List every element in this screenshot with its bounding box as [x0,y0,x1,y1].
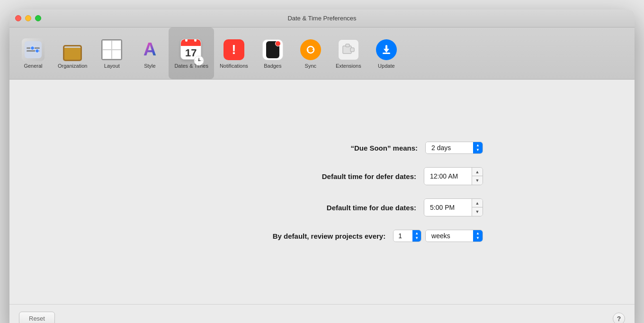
tab-notifications-label: Notifications [220,63,248,69]
review-row: By default, review projects every: 1 ▲ ▼… [161,230,483,242]
tab-notifications[interactable]: ! Notifications [214,27,254,79]
due-soon-dropdown[interactable]: 2 days ▲ ▼ [425,142,483,154]
style-icon: A [138,38,161,61]
review-period-value: weeks [426,230,473,242]
defer-date-row: Default time for defer dates: 12:00 AM ▲… [161,167,483,185]
tab-general-label: General [24,63,42,69]
organization-icon [61,38,84,61]
window-title: Date & Time Preferences [287,15,356,22]
review-label: By default, review projects every: [273,232,385,240]
layout-icon [100,38,123,61]
update-icon [375,38,398,61]
review-period-dropdown[interactable]: weeks ▲ ▼ [425,230,483,242]
notifications-icon: ! [223,38,245,61]
tab-sync-label: Sync [305,63,316,69]
tab-update-label: Update [378,63,394,69]
extensions-icon [337,38,360,61]
main-content: “Due Soon” means: 2 days ▲ ▼ Default tim… [9,80,635,304]
svg-rect-16 [385,45,387,51]
tab-dates-times[interactable]: 17 [169,27,214,79]
due-soon-control: 2 days ▲ ▼ [425,142,483,154]
review-number-up-icon: ▲ [415,232,419,235]
due-date-control: 5:00 PM ▲ ▼ [424,198,483,216]
svg-point-9 [304,43,317,56]
tab-sync[interactable]: Sync [292,27,330,79]
tab-extensions[interactable]: Extensions [330,27,367,79]
review-number-value: 1 [394,230,412,242]
toolbar: General Organization [9,27,635,80]
close-button[interactable] [15,15,21,21]
due-date-stepper[interactable]: 5:00 PM ▲ ▼ [424,198,483,216]
svg-rect-14 [346,44,349,47]
due-date-increment-btn[interactable]: ▲ [472,199,483,207]
review-period-down-icon: ▼ [476,236,480,240]
defer-date-value: 12:00 AM [424,168,472,185]
due-date-value: 5:00 PM [424,199,472,216]
tab-style[interactable]: A Style [131,27,169,79]
tab-general[interactable]: General [14,27,52,79]
help-button[interactable]: ? [613,313,625,323]
tab-update[interactable]: Update [367,27,405,79]
tab-badges[interactable]: Badges [254,27,292,79]
due-soon-row: “Due Soon” means: 2 days ▲ ▼ [161,142,483,154]
defer-date-decrement-btn[interactable]: ▼ [472,176,483,185]
chevron-up-icon: ▲ [476,144,480,147]
review-number-chevron-btn[interactable]: ▲ ▼ [412,230,421,242]
due-date-stepper-buttons: ▲ ▼ [472,199,483,216]
svg-point-8 [198,60,199,61]
sync-icon [299,38,322,61]
clock-icon [194,52,204,63]
defer-date-label: Default time for defer dates: [322,172,416,180]
review-number-dropdown[interactable]: 1 ▲ ▼ [393,230,421,242]
defer-date-stepper-buttons: ▲ ▼ [472,168,483,185]
due-date-row: Default time for due dates: 5:00 PM ▲ ▼ [161,198,483,216]
main-window: Date & Time Preferences General [9,9,635,323]
badges-icon [261,38,284,61]
tab-layout-label: Layout [104,63,120,69]
review-period-chevron-btn[interactable]: ▲ ▼ [473,230,483,242]
defer-date-increment-btn[interactable]: ▲ [472,168,483,176]
due-date-label: Default time for due dates: [327,204,416,212]
reset-button[interactable]: Reset [19,312,55,323]
due-date-decrement-btn[interactable]: ▼ [472,207,483,216]
general-icon [22,38,45,61]
svg-rect-13 [350,48,354,52]
maximize-button[interactable] [35,15,41,21]
due-soon-chevron-btn[interactable]: ▲ ▼ [473,142,483,153]
review-number-down-icon: ▼ [415,236,419,240]
due-soon-label: “Due Soon” means: [350,144,418,152]
defer-date-control: 12:00 AM ▲ ▼ [424,167,483,185]
tab-badges-label: Badges [264,63,281,69]
minimize-button[interactable] [25,15,31,21]
footer: Reset ? [9,304,635,323]
review-period-up-icon: ▲ [476,232,480,235]
chevron-down-icon: ▼ [476,148,480,152]
due-soon-value: 2 days [426,142,473,153]
tab-style-label: Style [144,63,155,69]
dates-times-icon: 17 [180,38,203,61]
tab-organization-label: Organization [58,63,87,69]
tab-organization[interactable]: Organization [52,27,93,79]
title-bar: Date & Time Preferences [9,9,635,27]
review-controls: 1 ▲ ▼ weeks ▲ ▼ [393,230,483,242]
settings-grid: “Due Soon” means: 2 days ▲ ▼ Default tim… [161,142,483,242]
defer-date-stepper[interactable]: 12:00 AM ▲ ▼ [424,167,483,185]
tab-layout[interactable]: Layout [93,27,131,79]
tab-extensions-label: Extensions [336,63,361,69]
traffic-lights [15,15,41,21]
svg-rect-17 [383,53,390,54]
